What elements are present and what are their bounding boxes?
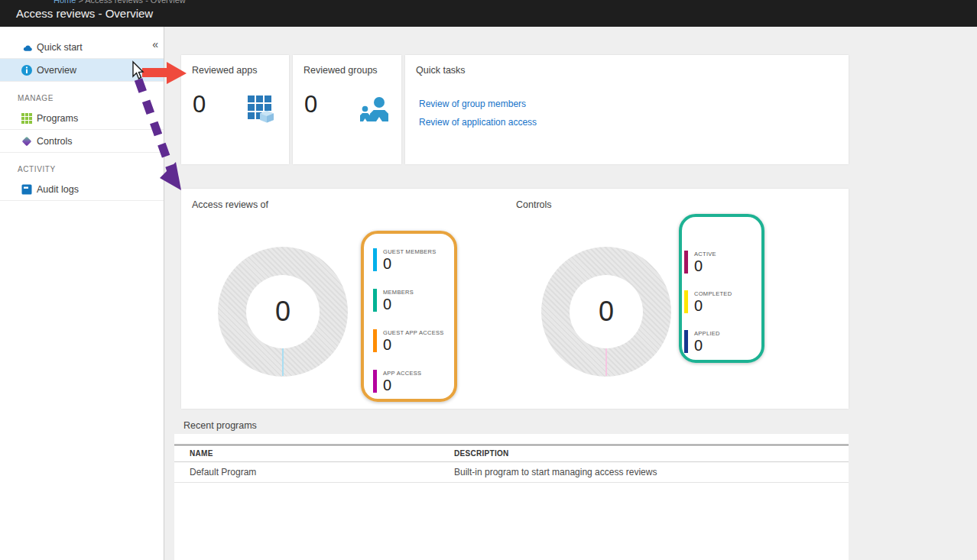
- legend-label: APP ACCESS: [383, 370, 444, 377]
- card-title: Reviewed groups: [293, 55, 401, 76]
- sidebar-item-label: Overview: [37, 65, 76, 76]
- top-bar: Home > Access reviews - Overview Access …: [0, 0, 977, 27]
- legend-value: 0: [383, 377, 444, 393]
- legend-item-members: MEMBERS 0: [373, 289, 444, 312]
- charts-panel: Access reviews of Controls 0 GUEST MEMBE…: [181, 189, 849, 409]
- apps-grid-icon: [245, 92, 277, 125]
- legend-color-bar: [373, 370, 377, 393]
- reviewed-apps-card[interactable]: Reviewed apps 0: [181, 55, 289, 164]
- group-people-icon: [357, 92, 389, 125]
- sidebar-item-audit-logs[interactable]: Audit logs: [0, 178, 164, 201]
- controls-chart-title: Controls: [516, 199, 552, 210]
- review-application-access-link[interactable]: Review of application access: [419, 117, 849, 128]
- column-header-name: NAME: [174, 449, 454, 458]
- legend-item-completed: COMPLETED 0: [684, 290, 732, 313]
- legend-item-app-access: APP ACCESS 0: [373, 370, 444, 393]
- legend-color-bar: [684, 290, 688, 313]
- legend-value: 0: [694, 258, 732, 274]
- column-header-description: DESCRIPTION: [454, 449, 509, 458]
- legend-item-active: ACTIVE 0: [684, 251, 732, 274]
- legend-label: GUEST MEMBERS: [383, 248, 444, 255]
- sidebar-item-controls[interactable]: Controls: [0, 130, 164, 153]
- controls-donut-chart: 0: [541, 247, 671, 377]
- review-group-members-link[interactable]: Review of group members: [419, 99, 849, 109]
- controls-legend: ACTIVE 0 COMPLETED 0 APPLIED 0: [684, 251, 732, 353]
- legend-color-bar: [684, 251, 688, 274]
- legend-label: COMPLETED: [694, 290, 732, 297]
- quick-tasks-card: Quick tasks Review of group members Revi…: [405, 55, 849, 164]
- reviewed-apps-count: 0: [193, 91, 206, 118]
- main-content: Reviewed apps 0 Reviewed groups 0 Quick …: [165, 27, 977, 560]
- legend-value: 0: [383, 337, 444, 352]
- legend-color-bar: [373, 329, 377, 352]
- legend-value: 0: [383, 256, 444, 271]
- page-title: Access reviews - Overview: [16, 7, 153, 20]
- info-icon: [21, 64, 33, 76]
- legend-color-bar: [684, 330, 688, 353]
- sidebar: « Quick start Overview MANAGE Programs C…: [0, 27, 164, 560]
- sidebar-section-manage: MANAGE: [0, 82, 164, 107]
- donut-tick: [605, 348, 607, 376]
- access-reviews-donut-chart: 0: [218, 247, 348, 377]
- breadcrumb-home-link[interactable]: Home: [54, 0, 76, 5]
- cloud-icon: [21, 41, 33, 53]
- breadcrumb-rest: > Access reviews - Overview: [76, 0, 185, 5]
- legend-value: 0: [694, 338, 732, 353]
- table-toolbar-strip: [174, 434, 849, 443]
- legend-label: MEMBERS: [383, 289, 444, 296]
- legend-label: ACTIVE: [694, 251, 732, 257]
- legend-item-applied: APPLIED 0: [684, 330, 732, 353]
- table-row[interactable]: Default Program Built-in program to star…: [174, 462, 849, 483]
- sidebar-item-overview[interactable]: Overview: [0, 59, 164, 82]
- breadcrumb[interactable]: Home > Access reviews - Overview: [54, 0, 186, 5]
- sidebar-item-quick-start[interactable]: Quick start: [0, 36, 164, 59]
- legend-item-guest-members: GUEST MEMBERS 0: [373, 248, 444, 271]
- legend-label: GUEST APP ACCESS: [383, 329, 444, 336]
- recent-programs-table: NAME DESCRIPTION Default Program Built-i…: [174, 434, 849, 560]
- sidebar-item-programs[interactable]: Programs: [0, 107, 164, 130]
- grid-icon: [21, 112, 33, 125]
- legend-color-bar: [373, 248, 377, 271]
- legend-item-guest-app-access: GUEST APP ACCESS 0: [373, 329, 444, 352]
- donut-center-value: 0: [246, 275, 320, 348]
- sidebar-section-activity: ACTIVITY: [0, 153, 164, 178]
- access-reviews-chart-title: Access reviews of: [192, 199, 268, 210]
- legend-color-bar: [373, 289, 377, 312]
- sidebar-item-label: Programs: [37, 113, 78, 124]
- donut-tick: [282, 348, 284, 376]
- table-header-row: NAME DESCRIPTION: [174, 445, 849, 462]
- access-reviews-legend: GUEST MEMBERS 0 MEMBERS 0 GUEST APP ACCE…: [373, 248, 444, 393]
- diamond-icon: [21, 135, 33, 147]
- card-title: Reviewed apps: [181, 55, 289, 76]
- sidebar-item-label: Audit logs: [37, 184, 79, 195]
- legend-value: 0: [383, 296, 444, 312]
- program-name-cell: Default Program: [174, 467, 454, 477]
- donut-center-value: 0: [570, 275, 643, 348]
- legend-label: APPLIED: [694, 330, 732, 337]
- reviewed-groups-card[interactable]: Reviewed groups 0: [293, 55, 401, 164]
- program-description-cell: Built-in program to start managing acces…: [454, 467, 657, 477]
- card-title: Quick tasks: [405, 55, 849, 76]
- reviewed-groups-count: 0: [304, 91, 317, 118]
- legend-value: 0: [694, 298, 732, 313]
- sidebar-item-label: Quick start: [37, 42, 83, 53]
- log-icon: [21, 183, 33, 196]
- recent-programs-title: Recent programs: [183, 420, 257, 431]
- sidebar-item-label: Controls: [37, 136, 73, 147]
